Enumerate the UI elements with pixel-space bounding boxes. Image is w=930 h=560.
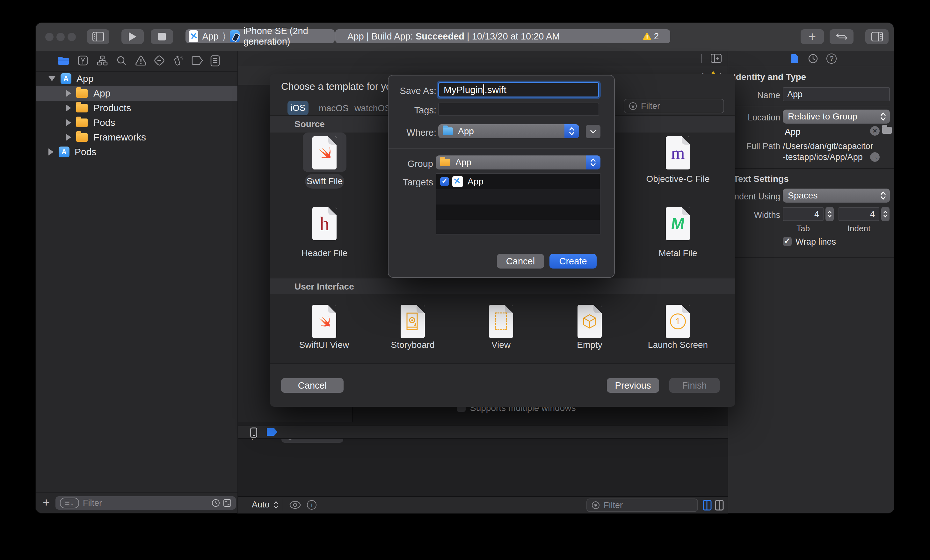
tab-width-field[interactable]: 4: [783, 207, 824, 221]
disclosure-triangle-icon[interactable]: [48, 76, 55, 81]
text-settings-section-header: Text Settings: [733, 174, 789, 184]
add-editor-button[interactable]: [710, 53, 722, 64]
disclosure-triangle-icon[interactable]: [66, 134, 71, 141]
zoom-window-button[interactable]: [68, 33, 76, 41]
indent-width-stepper[interactable]: [881, 207, 890, 221]
tree-row-products[interactable]: Products: [36, 101, 237, 115]
tab-macos[interactable]: macOS: [316, 103, 351, 114]
save-as-field[interactable]: MyPlugin.swift: [438, 82, 599, 97]
variables-view-mode[interactable]: Auto: [252, 500, 269, 510]
disclosure-triangle-icon[interactable]: [48, 148, 54, 155]
recent-files-clock-icon[interactable]: [212, 499, 220, 507]
open-full-path-arrow-button[interactable]: →: [870, 152, 880, 162]
expand-dialog-button[interactable]: [586, 125, 600, 138]
symbol-navigator-icon[interactable]: [97, 55, 108, 66]
template-label[interactable]: Empty: [545, 340, 634, 350]
navigator-filter-field[interactable]: ☰⌄: [55, 496, 236, 510]
launch-screen-doc-icon[interactable]: 1: [666, 305, 690, 338]
tree-row-folder-app-selected[interactable]: App: [36, 86, 237, 101]
disclosure-triangle-icon[interactable]: [66, 90, 71, 97]
report-navigator-icon[interactable]: [210, 55, 220, 66]
quick-help-inspector-icon[interactable]: ?: [827, 54, 837, 64]
minimize-window-button[interactable]: [56, 33, 65, 41]
stop-button[interactable]: [151, 29, 173, 44]
device-icon[interactable]: [250, 428, 257, 438]
issue-navigator-icon[interactable]: [135, 55, 146, 66]
file-inspector-icon[interactable]: [790, 54, 799, 64]
indent-width-field[interactable]: 4: [839, 207, 879, 221]
template-label[interactable]: Metal File: [630, 248, 726, 258]
tree-row-frameworks[interactable]: Frameworks: [36, 130, 237, 145]
template-label[interactable]: SwiftUI View: [280, 340, 369, 350]
console-filter-input[interactable]: [603, 500, 681, 511]
show-console-view-icon[interactable]: [715, 500, 724, 511]
empty-doc-icon[interactable]: [577, 305, 602, 338]
header-file-doc-icon[interactable]: h: [313, 207, 337, 240]
metal-file-doc-icon[interactable]: M: [666, 207, 690, 240]
warning-badge[interactable]: 2: [642, 32, 659, 42]
storyboard-doc-icon[interactable]: [400, 305, 425, 338]
tab-watchos[interactable]: watchOS: [353, 103, 392, 114]
source-control-status-icon[interactable]: [223, 499, 231, 507]
indent-using-popup[interactable]: Spaces: [783, 189, 890, 203]
template-label[interactable]: View: [456, 340, 546, 350]
target-row-app[interactable]: ✓ ✕ App: [436, 174, 600, 189]
location-popup[interactable]: Relative to Group: [783, 109, 890, 124]
eye-icon[interactable]: [289, 501, 301, 509]
template-filter-input[interactable]: [640, 101, 711, 111]
version-editor-button[interactable]: [830, 29, 853, 44]
history-inspector-icon[interactable]: [808, 54, 818, 64]
project-navigator-icon[interactable]: [57, 56, 69, 65]
add-file-button[interactable]: +: [43, 495, 50, 509]
tab-ios[interactable]: iOS: [288, 101, 308, 115]
close-window-button[interactable]: [45, 33, 54, 41]
dialog-cancel-button[interactable]: Cancel: [497, 254, 544, 269]
tree-row-pods[interactable]: Pods: [36, 115, 237, 130]
scheme-selector[interactable]: ✕ App ⟩ A iPhone SE (2nd generation): [185, 29, 335, 43]
template-label[interactable]: Storyboard: [368, 340, 457, 350]
debug-navigator-icon[interactable]: [173, 55, 183, 66]
sheet-cancel-button[interactable]: Cancel: [281, 378, 343, 393]
name-field[interactable]: App: [783, 87, 890, 101]
run-button[interactable]: [122, 29, 144, 44]
source-control-navigator-icon[interactable]: [78, 55, 88, 66]
disclosure-triangle-icon[interactable]: [66, 105, 71, 111]
sheet-previous-button[interactable]: Previous: [607, 378, 659, 393]
group-popup[interactable]: App: [436, 155, 600, 169]
toggle-navigator-button[interactable]: [87, 29, 109, 44]
tags-field[interactable]: [438, 103, 599, 116]
swiftui-view-doc-icon[interactable]: [312, 305, 336, 338]
tag-breadcrumb-icon[interactable]: [267, 428, 277, 436]
test-navigator-icon[interactable]: [154, 55, 165, 66]
find-navigator-icon[interactable]: [116, 55, 126, 66]
chevron-up-down-icon[interactable]: [273, 500, 279, 509]
template-label[interactable]: Objective-C File: [630, 174, 726, 184]
objective-c-file-doc-icon[interactable]: m: [666, 136, 690, 169]
template-filter-field[interactable]: [624, 99, 724, 114]
where-popup[interactable]: App: [438, 124, 579, 138]
template-label[interactable]: Header File: [277, 248, 372, 258]
disclosure-triangle-icon[interactable]: [66, 119, 71, 126]
dialog-create-button[interactable]: Create: [550, 254, 597, 269]
navigator-filter-input[interactable]: [82, 498, 210, 508]
clear-location-button[interactable]: ✕: [870, 126, 880, 136]
toggle-inspector-button[interactable]: [865, 29, 888, 44]
swift-file-doc-icon[interactable]: [313, 136, 337, 169]
activity-status-bar[interactable]: App | Build App: Succeeded | 10/13/20 at…: [335, 29, 670, 43]
info-icon[interactable]: i: [307, 500, 317, 510]
wrap-lines-checkbox[interactable]: ✓: [783, 237, 792, 246]
template-label[interactable]: Launch Screen: [633, 340, 722, 350]
view-doc-icon[interactable]: [489, 305, 513, 338]
sheet-finish-button[interactable]: Finish: [669, 378, 720, 393]
target-checkbox[interactable]: ✓: [440, 177, 449, 186]
show-variables-view-icon[interactable]: [703, 500, 712, 511]
add-button[interactable]: +: [801, 29, 824, 44]
breakpoint-navigator-icon[interactable]: [191, 56, 203, 65]
choose-location-folder-icon[interactable]: [882, 127, 892, 135]
separator: [701, 54, 702, 63]
console-filter-field[interactable]: [587, 498, 698, 512]
tab-width-stepper[interactable]: [825, 207, 834, 221]
filter-menu-icon[interactable]: ☰⌄: [60, 498, 79, 508]
tree-row-project-app[interactable]: A App: [36, 71, 237, 86]
tree-row-project-pods[interactable]: A Pods: [36, 145, 237, 159]
